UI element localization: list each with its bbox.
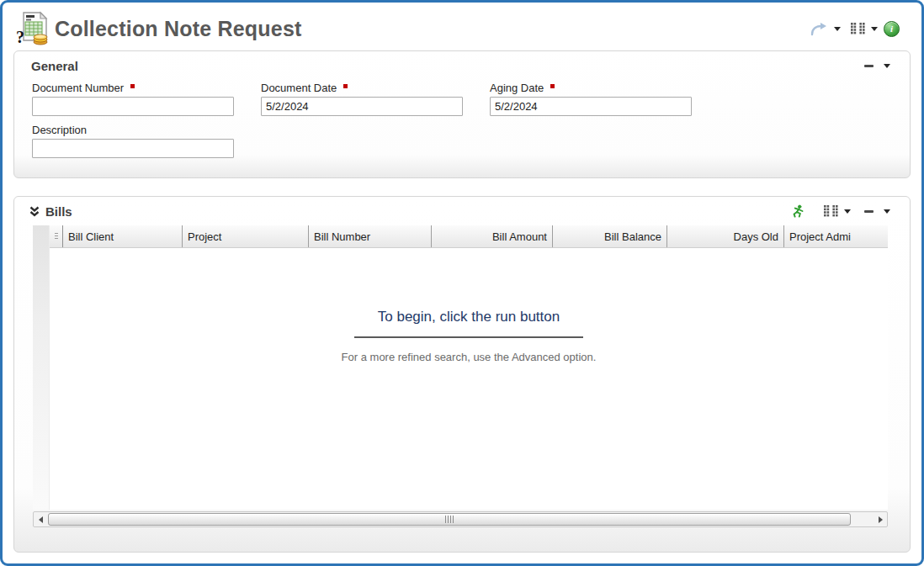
general-menu-caret[interactable] bbox=[884, 64, 890, 68]
aging-date-field: Aging Date bbox=[490, 82, 692, 116]
application-window: ? Collection Note Request bbox=[0, 0, 924, 566]
document-date-label: Document Date bbox=[261, 82, 337, 94]
column-header-bill-number[interactable]: Bill Number bbox=[309, 225, 432, 247]
empty-state-title: To begin, click the run button bbox=[50, 309, 888, 325]
column-header-bill-amount[interactable]: Bill Amount bbox=[432, 225, 553, 247]
general-panel-header: General bbox=[14, 51, 910, 77]
bills-grid-header: Bill Client Project Bill Number Bill Amo… bbox=[50, 225, 888, 248]
column-header-bill-balance[interactable]: Bill Balance bbox=[553, 225, 667, 247]
column-header-project[interactable]: Project bbox=[183, 225, 309, 247]
run-button[interactable] bbox=[791, 204, 805, 219]
document-date-input[interactable] bbox=[261, 97, 463, 116]
general-panel-title: General bbox=[31, 59, 78, 73]
bills-column-chooser-caret[interactable] bbox=[844, 209, 851, 214]
horizontal-scrollbar[interactable] bbox=[33, 511, 888, 527]
collapse-chevrons-icon[interactable] bbox=[29, 206, 40, 218]
document-date-field: Document Date bbox=[261, 82, 463, 116]
bills-menu-caret[interactable] bbox=[884, 209, 890, 214]
column-chooser-dropdown-caret[interactable] bbox=[871, 27, 878, 31]
aging-date-label: Aging Date bbox=[490, 82, 544, 94]
bills-grid: Bill Client Project Bill Number Bill Amo… bbox=[50, 225, 888, 510]
required-marker bbox=[130, 84, 135, 88]
required-marker bbox=[343, 84, 348, 88]
column-chooser-icon[interactable] bbox=[851, 23, 868, 35]
scroll-right-arrow[interactable] bbox=[874, 512, 887, 526]
page-title: Collection Note Request bbox=[55, 17, 302, 41]
scroll-left-arrow[interactable] bbox=[34, 512, 47, 526]
grid-empty-state: To begin, click the run button For a mor… bbox=[50, 248, 888, 363]
description-label: Description bbox=[32, 124, 87, 136]
grid-grip-cell bbox=[50, 225, 63, 247]
document-number-input[interactable] bbox=[32, 97, 234, 116]
svg-text:?: ? bbox=[16, 28, 24, 46]
description-input[interactable] bbox=[32, 139, 234, 158]
bills-panel-title: Bills bbox=[45, 204, 72, 219]
general-collapse-icon[interactable] bbox=[864, 65, 874, 67]
required-marker bbox=[550, 84, 555, 88]
empty-state-subtitle: For a more refined search, use the Advan… bbox=[50, 351, 888, 363]
bills-panel: Bills bbox=[13, 196, 911, 553]
document-number-field: Document Number bbox=[32, 82, 234, 116]
column-header-project-admin[interactable]: Project Admi bbox=[784, 225, 888, 247]
aging-date-input[interactable] bbox=[490, 97, 692, 116]
column-header-bill-client[interactable]: Bill Client bbox=[63, 225, 183, 247]
document-number-label: Document Number bbox=[32, 82, 124, 94]
general-panel: General Document Number Document Date Ag… bbox=[13, 50, 911, 178]
bills-grid-body: To begin, click the run button For a mor… bbox=[50, 248, 888, 510]
info-icon[interactable]: i bbox=[884, 21, 900, 37]
horizontal-scrollbar-thumb[interactable] bbox=[48, 513, 851, 526]
empty-state-divider bbox=[354, 336, 583, 338]
horizontal-scrollbar-track[interactable] bbox=[47, 513, 874, 526]
grip-icon bbox=[55, 233, 58, 241]
collection-note-icon: ? bbox=[15, 11, 50, 46]
header-toolbar: i bbox=[810, 21, 900, 37]
navigate-arrow-dropdown-caret[interactable] bbox=[834, 27, 841, 31]
description-field: Description bbox=[32, 124, 234, 158]
navigate-arrow-icon[interactable] bbox=[810, 22, 828, 36]
column-header-days-old[interactable]: Days Old bbox=[667, 225, 784, 247]
page-header: ? Collection Note Request bbox=[3, 3, 921, 50]
bills-collapse-icon[interactable] bbox=[864, 210, 874, 213]
bills-panel-header: Bills bbox=[14, 197, 910, 222]
thumb-grip-icon bbox=[445, 516, 454, 523]
bills-column-chooser-icon[interactable] bbox=[824, 205, 842, 218]
vertical-scrollbar-track[interactable] bbox=[33, 225, 50, 510]
